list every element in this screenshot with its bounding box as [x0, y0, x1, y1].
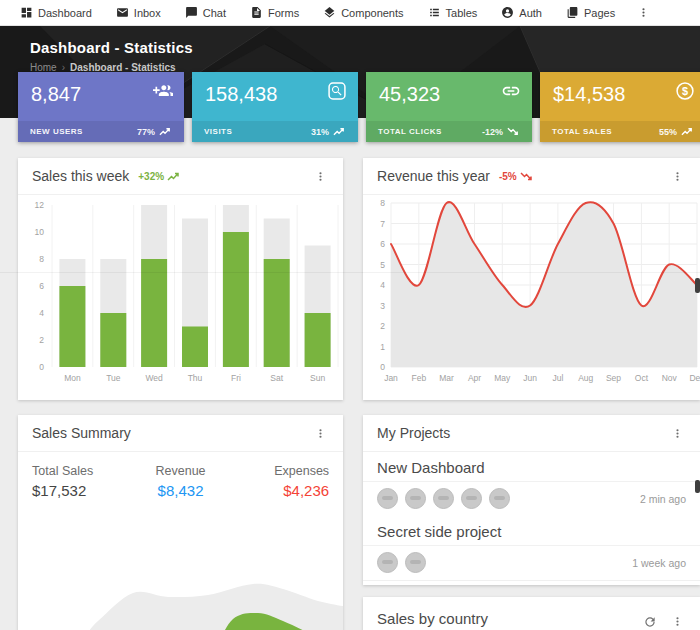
svg-text:3: 3: [380, 301, 385, 311]
project-name[interactable]: Secret side project: [363, 516, 700, 546]
avatar: [461, 488, 482, 509]
project-avatars: [377, 552, 426, 573]
nav-more-button[interactable]: [627, 6, 660, 19]
nav-item-label: Inbox: [134, 7, 161, 19]
projects-footer: NEW PROJECT: [363, 580, 700, 585]
nav-item-components[interactable]: Components: [311, 0, 415, 25]
sales-by-country-card: Sales by country Top 3 countries sold 34…: [363, 597, 700, 630]
svg-text:12: 12: [35, 200, 45, 210]
components-icon: [323, 6, 336, 19]
my-projects-card: My Projects New Dashboard2 min agoSecret…: [363, 415, 700, 585]
inbox-icon: [116, 6, 129, 19]
svg-text:Aug: Aug: [578, 373, 593, 383]
project-name[interactable]: New Dashboard: [363, 452, 700, 482]
svg-text:0: 0: [380, 362, 385, 372]
trend-up-icon: [167, 172, 181, 181]
search-icon: [327, 81, 347, 101]
sales-week-trend-value: +32%: [138, 171, 164, 182]
tables-icon: [428, 6, 441, 19]
expenses-stat: Expenses $4,236: [230, 464, 329, 499]
svg-text:7: 7: [380, 219, 385, 229]
forms-icon: [250, 6, 263, 19]
stat-percent-value: -12%: [482, 127, 503, 137]
trend-up-icon: [333, 127, 346, 136]
project-meta: 1 week ago: [363, 546, 700, 580]
projects-list: New Dashboard2 min agoSecret side projec…: [363, 452, 700, 580]
stat-percent: -12%: [482, 127, 520, 137]
nav-item-auth[interactable]: Auth: [489, 0, 554, 25]
nav-item-label: Tables: [446, 7, 478, 19]
sales-summary-header: Sales Summary: [18, 415, 343, 452]
svg-text:Mar: Mar: [439, 373, 454, 383]
nav-item-forms[interactable]: Forms: [238, 0, 311, 25]
my-projects-menu-button[interactable]: [669, 425, 686, 442]
svg-text:Feb: Feb: [412, 373, 427, 383]
nav-item-label: Dashboard: [38, 7, 92, 19]
charts-row: Sales this week +32% 024681012MonTueWedT…: [18, 158, 700, 400]
trend-up-icon: [681, 127, 694, 136]
svg-text:Sep: Sep: [606, 373, 621, 383]
sales-by-country-header: Sales by country Top 3 countries sold 34…: [363, 597, 700, 630]
sales-summary-stats: Total Sales $17,532 Revenue $8,432 Expen…: [18, 452, 343, 509]
sales-summary-menu-button[interactable]: [312, 425, 329, 442]
nav-item-pages[interactable]: Pages: [554, 0, 627, 25]
nav-item-dashboard[interactable]: Dashboard: [8, 0, 104, 25]
revenue-year-card: Revenue this year -5% 012345678JanFebMar…: [363, 158, 700, 400]
revenue-stat: Revenue $8,432: [131, 464, 230, 499]
kebab-icon: [314, 170, 327, 183]
svg-text:Wed: Wed: [145, 373, 163, 383]
link-icon: [501, 81, 521, 101]
sales-by-country-title: Sales by country: [377, 610, 590, 627]
nav-item-label: Chat: [203, 7, 226, 19]
chat-icon: [185, 6, 198, 19]
svg-text:Jan: Jan: [384, 373, 398, 383]
svg-text:4: 4: [39, 308, 44, 318]
right-column: My Projects New Dashboard2 min agoSecret…: [363, 415, 700, 630]
expenses-label: Expenses: [230, 464, 329, 478]
refresh-button[interactable]: [643, 615, 657, 629]
svg-text:2: 2: [39, 335, 44, 345]
sales-week-menu-button[interactable]: [312, 168, 329, 185]
search-icon: [327, 81, 347, 101]
stat-footer: TOTAL CLICKS-12%: [366, 121, 532, 142]
bottom-row: Sales Summary Total Sales $17,532 Revenu…: [18, 415, 700, 630]
page-title: Dashboard - Statistics: [30, 39, 193, 56]
stat-label: TOTAL CLICKS: [378, 127, 442, 136]
stat-card-new-users: 8,847NEW USERS77%: [18, 72, 184, 142]
revenue-label: Revenue: [131, 464, 230, 478]
svg-text:Jul: Jul: [553, 373, 564, 383]
stat-footer: TOTAL SALES55%: [540, 121, 700, 142]
link-icon: [501, 81, 521, 101]
svg-text:8: 8: [39, 254, 44, 264]
svg-text:4: 4: [380, 280, 385, 290]
svg-text:6: 6: [39, 281, 44, 291]
nav-item-inbox[interactable]: Inbox: [104, 0, 173, 25]
project-item: Secret side project1 week ago: [363, 516, 700, 580]
revenue-year-menu-button[interactable]: [669, 168, 686, 185]
total-sales-stat: Total Sales $17,532: [32, 464, 131, 499]
stat-percent-value: 31%: [311, 127, 329, 137]
svg-text:Thu: Thu: [188, 373, 203, 383]
sales-week-header: Sales this week +32%: [18, 158, 343, 195]
nav-item-label: Components: [341, 7, 403, 19]
sales-by-country-menu-button[interactable]: [669, 613, 686, 630]
svg-text:May: May: [494, 373, 511, 383]
sales-summary-title: Sales Summary: [32, 425, 131, 441]
nav-item-tables[interactable]: Tables: [416, 0, 490, 25]
stat-label: VISITS: [204, 127, 232, 136]
pages-icon: [566, 6, 579, 19]
svg-text:Nov: Nov: [662, 373, 678, 383]
avatar: [405, 488, 426, 509]
nav-item-chat[interactable]: Chat: [173, 0, 238, 25]
stat-card-total-clicks: 45,323TOTAL CLICKS-12%: [366, 72, 532, 142]
stat-footer: NEW USERS77%: [18, 121, 184, 142]
trend-down-icon: [507, 127, 520, 136]
svg-text:Dec: Dec: [690, 373, 700, 383]
stat-percent: 77%: [137, 127, 172, 137]
scrollbar-thumb[interactable]: [695, 278, 700, 293]
stat-card-total-sales: $14,538$TOTAL SALES55%: [540, 72, 700, 142]
svg-text:Oct: Oct: [635, 373, 649, 383]
scrollbar-thumb[interactable]: [695, 480, 700, 493]
stat-label: TOTAL SALES: [552, 127, 612, 136]
trend-up-icon: [159, 127, 172, 136]
